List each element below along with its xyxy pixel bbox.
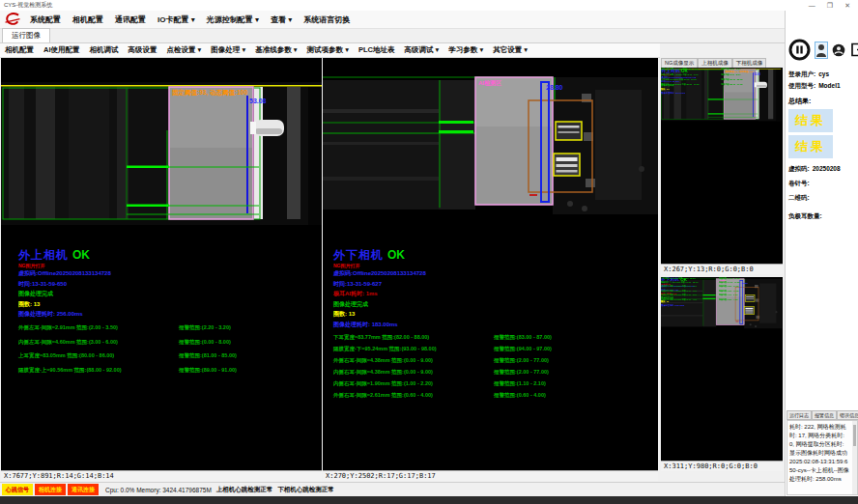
measurement-row: 隔膜宽度-上=90.56mm 范围:(88.00 - 92.00) 报警范围:(… — [18, 367, 237, 381]
measurement-row: 外侧右耳-间隙=2.61mm 范围:(0.60 - 4.00) 报警范围:(0.… — [661, 298, 740, 302]
login-user-label: 登录用户: — [788, 70, 815, 79]
toolbar-item[interactable]: 点检设置 ▾ — [162, 44, 207, 56]
viewport-upper-camera[interactable]: 固定阈值:93, 动态阈值:100 53.08 外上相机OK NG图片打 — [1, 58, 322, 470]
measurement-alarm-range: 报警范围:(2.00 - 77.00) — [494, 369, 549, 380]
time-line: 时间:13-31-59-650 — [18, 279, 318, 290]
toolbar-items: 相机配置AI使用配置相机调试高级设置点检设置 ▾图像处理 ▾基准线参数 ▾测试项… — [0, 44, 532, 56]
measurement-value: 上耳宽度=83.05mm 范围:(80.00 - 86.00) — [18, 352, 165, 367]
measurement-alarm-range: 报警范围:(83.00 - 87.00) — [494, 334, 552, 346]
measurement-value: 外侧右耳-间隙=2.61mm 范围:(0.60 - 4.00) — [661, 298, 714, 302]
result-block-upper: 外上相机OK NG图片打开 虚拟码:Offline202502081331347… — [18, 247, 318, 320]
turns-line: 圈数: 13 — [333, 309, 633, 320]
result-block-lower: 外下相机OK NG图片打开 虚拟码:Offline202502081331347… — [333, 247, 633, 329]
heartbeat-badge: 心跳信号 — [2, 484, 33, 495]
log-tab[interactable]: 报警信息 — [812, 410, 837, 420]
toolbar-item[interactable]: 测试项参数 ▾ — [302, 44, 354, 56]
menu-item[interactable]: 通讯配置 — [109, 13, 152, 27]
thumbnail-tab[interactable]: NG成像显示 — [661, 58, 698, 68]
camera-name: 外上相机 — [18, 248, 69, 262]
toolbar-item[interactable]: 相机配置 — [0, 44, 39, 56]
model-label: 使用型号: — [788, 82, 815, 91]
thumbnail-lower-camera[interactable]: AI检测区 28.80 外下相机OK — [661, 277, 783, 461]
log-tab[interactable]: 错误信息 — [837, 410, 858, 420]
barcode-line: 虚拟码:Offline20250208133134728 — [333, 268, 633, 279]
cpu-memory-status: Cpu: 0.0% Memory: 3424.41796875M — [105, 487, 212, 493]
minimize-button[interactable]: — — [809, 2, 815, 10]
toolbar-item[interactable]: 基准线参数 ▾ — [250, 44, 301, 56]
measurement-value: 内侧右耳-间隙=4.38mm 范围:(0.00 - 9.00) — [333, 369, 480, 380]
menu-item[interactable]: 系统配置 — [24, 13, 67, 27]
measurement-row: 外侧右耳-间隙=4.38mm 范围:(0.00 - 9.00) 报警范围:(2.… — [333, 357, 552, 369]
total-result-label: 总结果: — [788, 97, 855, 106]
time-line: 时间:13-31-59-627 — [333, 279, 633, 290]
menu-item[interactable]: 光源控制配置 ▾ — [201, 13, 265, 27]
log-tab[interactable]: 运行日志 — [786, 410, 812, 420]
ai-region-label: AI检测区 — [478, 79, 501, 87]
result-box-lower: 结果 — [788, 135, 833, 158]
viewport-lower-camera[interactable]: AI检测区 28.80 外下相机OK — [323, 58, 658, 470]
elapsed-line: 图像处理耗时: 183.00ms — [661, 303, 769, 307]
toolbar-item[interactable]: AI使用配置 — [39, 44, 85, 56]
model-value: Model1 — [818, 82, 840, 91]
measurement-alarm-range: 报警范围:(2.00 - 77.00) — [494, 357, 549, 369]
toolbar-item[interactable]: 图像处理 ▾ — [206, 44, 250, 56]
status-ok: OK — [72, 248, 90, 262]
app-logo-icon — [4, 13, 21, 26]
barcode-line: 虚拟码:Offline20250208133134728 — [18, 268, 318, 279]
camera-name: 外下相机 — [333, 248, 384, 262]
title-bar: CYS-视觉检测系统 — ❐ ✕ — [0, 0, 858, 11]
thumbnail-tab[interactable]: 上相机成像 — [698, 58, 732, 68]
menu-item[interactable]: 相机配置 — [67, 13, 109, 27]
toolbar-item[interactable]: PLC地址表 — [354, 44, 400, 56]
menu-item[interactable]: 查看 ▾ — [265, 13, 298, 27]
camera-connection-badge: 相机连接 — [35, 484, 66, 495]
status-ok: OK — [387, 248, 405, 262]
toolbar-item[interactable]: 高级调试 ▾ — [399, 44, 443, 56]
log-tabs: 运行日志报警信息错误信息 — [786, 410, 858, 420]
log-scrollbar[interactable] — [852, 421, 857, 494]
toolbar-item[interactable]: 相机调试 — [85, 44, 124, 56]
maximize-button[interactable]: ❐ — [827, 2, 833, 10]
camera-image-upper: 固定阈值:93, 动态阈值:100 53.08 — [1, 82, 322, 225]
thumbnail-upper-camera[interactable]: 固定阈值:93, 动态阈值:100 53.08 外上相机OK NG图片打 — [661, 68, 783, 264]
measurement-alarm-range: 报警范围:(2.20 - 3.20) — [179, 324, 231, 339]
measurement-alarm-range: 报警范围:(0.60 - 4.00) — [494, 392, 546, 404]
measurement-value: 隔膜宽度-上=90.56mm 范围:(88.00 - 92.00) — [661, 83, 716, 88]
measurement-list-upper: 外侧左耳-间隙=2.91mm 范围:(2.00 - 3.50) 报警范围:(2.… — [18, 324, 237, 380]
upper-camera-heartbeat-status: 上相机心跳检测正常 — [216, 486, 273, 494]
account-button[interactable] — [831, 42, 846, 58]
log-area: 运行日志报警信息错误信息 耗时: 222, 网络检测耗时: 17, 网络分类耗时… — [786, 410, 858, 497]
measurement-alarm-range: 报警范围:(0.00 - 8.00) — [179, 339, 231, 353]
measurement-row: 内侧右耳-间隙=1.90mm 范围:(1.00 - 2.20) 报警范围:(1.… — [333, 380, 552, 392]
measurement-row: 下耳宽度=83.77mm 范围:(82.00 - 88.00) 报警范围:(83… — [333, 334, 552, 346]
pixel-coords-upper: X:7677;Y:891;R:14;G:14;B:14 — [1, 470, 322, 481]
toolbar-item[interactable]: 学习参数 ▾ — [443, 44, 488, 56]
config-toolbar: 相机配置AI使用配置相机调试高级设置点检设置 ▾图像处理 ▾基准线参数 ▾测试项… — [0, 43, 660, 58]
pause-button[interactable] — [787, 38, 812, 62]
menu-item[interactable]: IO卡配置 ▾ — [152, 13, 201, 27]
menu-items: 系统配置相机配置通讯配置IO卡配置 ▾光源控制配置 ▾查看 ▾系统语言切换 — [24, 13, 356, 27]
measure-overlay-value: 53.08 — [249, 98, 267, 104]
close-button[interactable]: ✕ — [844, 2, 850, 10]
measurement-alarm-range: 报警范围:(89.00 - 91.00) — [179, 367, 237, 381]
desktop-strip — [0, 496, 858, 504]
vcode-value: 20250208 — [813, 165, 841, 174]
user-login-button[interactable] — [815, 42, 828, 59]
measurement-row: 外侧右耳-间隙=2.61mm 范围:(0.60 - 4.00) 报警范围:(0.… — [333, 392, 552, 404]
log-text: 耗时: 222, 网络检测耗时: 17, 网络分类耗时: 0, 网络提取分区耗时… — [787, 421, 857, 486]
logout-button[interactable] — [849, 42, 858, 58]
menu-item[interactable]: 系统语言切换 — [298, 13, 356, 27]
measurement-row: 上耳宽度=83.05mm 范围:(80.00 - 86.00) 报警范围:(81… — [18, 352, 237, 367]
lower-camera-heartbeat-status: 下相机心跳检测正常 — [277, 486, 334, 494]
pixel-coords-lower: X:270;Y:2502;R:17;G:17;B:17 — [323, 470, 658, 481]
thumbnail-tab[interactable]: 下相机成像 — [732, 58, 767, 68]
turns-line: 圈数: 13 — [18, 299, 318, 310]
tab-run-image[interactable]: 运行图像 — [2, 28, 50, 42]
measurement-list-lower: 下耳宽度=83.77mm 范围:(82.00 - 88.00) 报警范围:(83… — [333, 334, 552, 404]
threshold-overlay-label: 固定阈值:93, 动态阈值:100 — [172, 89, 247, 97]
status-bar: 心跳信号 相机连接 通讯连接 Cpu: 0.0% Memory: 3424.41… — [0, 482, 785, 496]
window-title: CYS-视觉检测系统 — [4, 1, 52, 10]
toolbar-item[interactable]: 其它设置 ▾ — [488, 44, 532, 56]
vcode-label: 虚拟码: — [788, 165, 810, 174]
toolbar-item[interactable]: 高级设置 — [124, 44, 162, 56]
